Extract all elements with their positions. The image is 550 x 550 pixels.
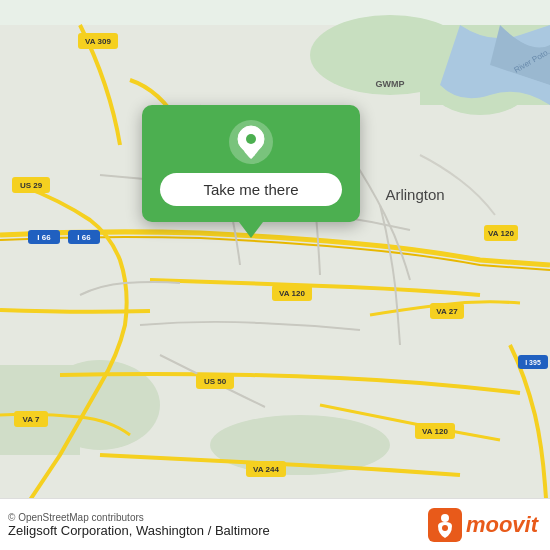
svg-text:VA 120: VA 120 — [488, 229, 514, 238]
svg-text:VA 120: VA 120 — [279, 289, 305, 298]
svg-point-41 — [442, 525, 448, 531]
moovit-text: moovit — [466, 512, 538, 538]
map-background: I 66 I 66 I 395 — [0, 0, 550, 550]
svg-point-38 — [246, 134, 256, 144]
svg-text:VA 27: VA 27 — [436, 307, 458, 316]
svg-text:I 66: I 66 — [37, 233, 51, 242]
bottom-bar: © OpenStreetMap contributors Zeligsoft C… — [0, 498, 550, 550]
svg-text:US 29: US 29 — [20, 181, 43, 190]
map-container: I 66 I 66 I 395 — [0, 0, 550, 550]
svg-text:GWMP: GWMP — [376, 79, 405, 89]
svg-text:VA 120: VA 120 — [422, 427, 448, 436]
svg-text:I 395: I 395 — [525, 359, 541, 366]
popup-card: Take me there — [142, 105, 360, 222]
location-pin-icon — [228, 119, 274, 165]
moovit-logo-icon — [428, 508, 462, 542]
app-name: Zeligsoft Corporation, Washington / Balt… — [8, 523, 270, 538]
moovit-logo: moovit — [428, 508, 538, 542]
svg-text:VA 309: VA 309 — [85, 37, 111, 46]
svg-text:VA 7: VA 7 — [23, 415, 40, 424]
osm-credit: © OpenStreetMap contributors — [8, 512, 270, 523]
svg-text:Arlington: Arlington — [385, 186, 444, 203]
svg-text:US 50: US 50 — [204, 377, 227, 386]
take-me-there-button[interactable]: Take me there — [160, 173, 342, 206]
svg-point-40 — [441, 514, 449, 522]
svg-text:I 66: I 66 — [77, 233, 91, 242]
bottom-left-info: © OpenStreetMap contributors Zeligsoft C… — [8, 512, 270, 538]
svg-text:VA 244: VA 244 — [253, 465, 279, 474]
